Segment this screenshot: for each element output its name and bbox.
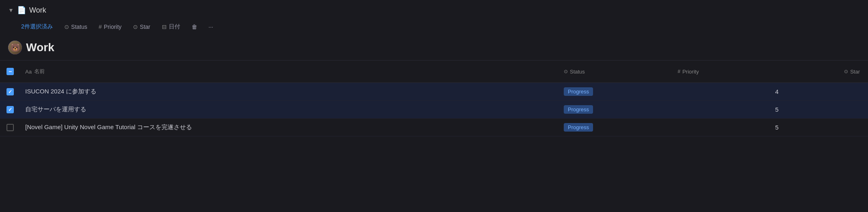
main-container: ▼ 📄 Work 2件選択済み ⊙ Status # Priority ⊙ St…	[0, 0, 868, 212]
header-title: Work	[29, 6, 46, 15]
row3-status-cell[interactable]: Progress	[559, 119, 673, 136]
selected-count-button[interactable]: 2件選択済み	[16, 21, 58, 32]
status-header-icon: ⊙	[564, 69, 568, 74]
avatar: 🐻	[8, 41, 22, 54]
row1-priority-value: 4	[775, 88, 779, 95]
row2-name: 自宅サーバを運用する	[25, 106, 86, 113]
row3-name: [Novel Game] Unity Novel Game Tutorial コ…	[25, 123, 192, 131]
row1-status-badge: Progress	[564, 87, 593, 96]
status-header-cell[interactable]: ⊙ Status	[559, 69, 673, 75]
name-prefix-label: Aa	[25, 69, 32, 75]
page-icon: 📄	[17, 6, 26, 15]
priority-header-icon: #	[678, 69, 680, 74]
priority-hash-icon: #	[99, 24, 102, 30]
priority-button[interactable]: # Priority	[94, 22, 126, 32]
minus-icon: −	[9, 69, 12, 74]
table-row: ✓ ISUCON 2024 に参加する Progress 4	[0, 83, 868, 101]
table: − Aa 名前 ⊙ Status # Priority ⊙ Star	[0, 60, 868, 136]
row2-priority-value: 5	[775, 106, 779, 113]
row3-name-cell[interactable]: [Novel Game] Unity Novel Game Tutorial コ…	[20, 119, 559, 135]
delete-icon: 🗑	[192, 24, 197, 30]
row2-status-cell[interactable]: Progress	[559, 101, 673, 118]
star-header-cell[interactable]: ⊙ Star	[787, 69, 868, 75]
date-button[interactable]: ⊟ 日付	[157, 21, 185, 32]
row3-status-badge: Progress	[564, 123, 593, 132]
priority-header-label: Priority	[683, 69, 699, 75]
db-title: Work	[26, 41, 55, 54]
date-icon: ⊟	[162, 24, 167, 30]
delete-button[interactable]: 🗑	[187, 22, 202, 32]
row3-priority-cell[interactable]: 5	[673, 120, 787, 135]
row1-star-cell[interactable]	[787, 88, 868, 96]
more-button[interactable]: ···	[204, 22, 218, 32]
status-header-label: Status	[570, 69, 585, 75]
check-icon: ✓	[8, 107, 12, 112]
star-button[interactable]: ⊙ Star	[128, 22, 155, 32]
row1-name: ISUCON 2024 に参加する	[25, 88, 96, 95]
db-title-row: 🐻 Work	[0, 37, 868, 60]
row1-priority-cell[interactable]: 4	[673, 84, 787, 99]
table-row: ✓ 自宅サーバを運用する Progress 5	[0, 101, 868, 119]
priority-label: Priority	[104, 24, 122, 30]
row2-name-cell[interactable]: 自宅サーバを運用する	[20, 102, 559, 117]
status-button[interactable]: ⊙ Status	[59, 22, 92, 32]
row2-status-badge: Progress	[564, 105, 593, 114]
name-col-prefix: Aa 名前	[25, 68, 45, 75]
row3-priority-value: 5	[775, 124, 779, 131]
header-checkbox-cell: −	[0, 64, 20, 79]
chevron-icon[interactable]: ▼	[8, 7, 14, 13]
avatar-emoji: 🐻	[10, 43, 20, 52]
toolbar: 2件選択済み ⊙ Status # Priority ⊙ Star ⊟ 日付 🗑…	[0, 19, 868, 37]
row2-checkbox-cell: ✓	[0, 102, 20, 117]
table-row: [Novel Game] Unity Novel Game Tutorial コ…	[0, 119, 868, 136]
star-icon: ⊙	[133, 24, 138, 30]
row2-priority-cell[interactable]: 5	[673, 102, 787, 117]
row1-status-cell[interactable]: Progress	[559, 83, 673, 100]
row1-checkbox-cell: ✓	[0, 84, 20, 100]
star-label: Star	[140, 24, 150, 30]
date-label: 日付	[169, 23, 180, 30]
check-icon: ✓	[8, 89, 12, 95]
star-header-icon: ⊙	[844, 69, 848, 74]
row3-star-cell[interactable]	[787, 123, 868, 132]
status-icon: ⊙	[64, 24, 69, 30]
header-row: ▼ 📄 Work	[0, 0, 868, 19]
row1-checkbox[interactable]: ✓	[7, 88, 14, 95]
star-header-label: Star	[850, 69, 860, 75]
row2-star-cell[interactable]	[787, 106, 868, 114]
priority-header-cell[interactable]: # Priority	[673, 69, 787, 75]
status-label: Status	[71, 24, 87, 30]
name-col-label: 名前	[34, 68, 45, 75]
row2-checkbox[interactable]: ✓	[7, 106, 14, 113]
row3-checkbox[interactable]	[7, 124, 14, 131]
table-header: − Aa 名前 ⊙ Status # Priority ⊙ Star	[0, 60, 868, 83]
row3-checkbox-cell	[0, 120, 20, 135]
name-header-cell: Aa 名前	[20, 68, 559, 75]
avatar-image: 🐻	[8, 41, 22, 54]
more-icon: ···	[209, 24, 214, 30]
row1-name-cell[interactable]: ISUCON 2024 に参加する	[20, 84, 559, 100]
header-checkbox[interactable]: −	[7, 68, 14, 75]
